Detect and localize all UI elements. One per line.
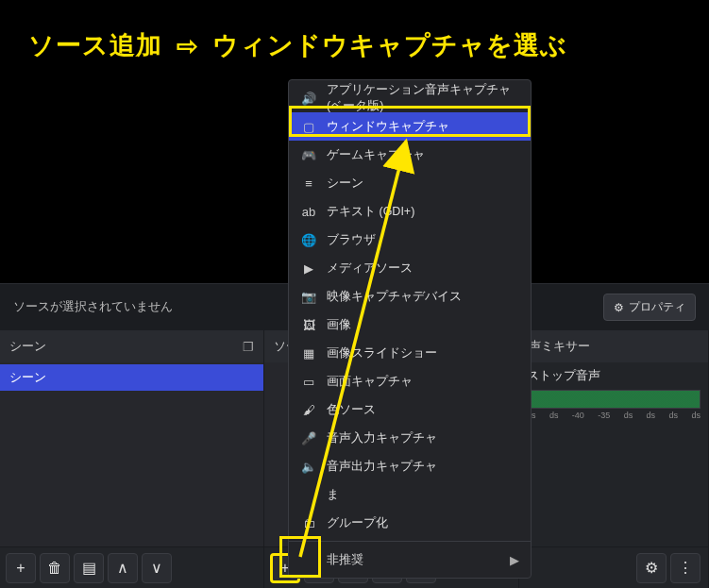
monitor-icon: ▭ xyxy=(300,375,317,389)
ctx-item-audio-input-capture[interactable]: 🎤 音声入力キャプチャ xyxy=(289,424,531,452)
ctx-item-label: アプリケーション音声キャプチャ (ベータ版) xyxy=(327,82,519,114)
db-mark: -35 xyxy=(598,411,610,420)
db-scale: ds ds -40 -35 ds ds ds ds xyxy=(527,411,701,420)
ctx-item-label: ま xyxy=(327,487,339,503)
ctx-item-group[interactable]: 🗀 グループ化 xyxy=(289,509,531,537)
ctx-item-browser[interactable]: 🌐 ブラウザ xyxy=(289,226,531,254)
mixer-more-button[interactable]: ⋮ xyxy=(670,553,701,583)
chevron-down-icon: ∨ xyxy=(151,559,162,577)
audio-meter-fill xyxy=(528,391,700,408)
mixer-dock-header: 声ミキサー xyxy=(519,330,708,362)
scenes-dock-header: シーン ❐ xyxy=(0,330,263,362)
ctx-item-label: グループ化 xyxy=(327,515,388,531)
ctx-item-label: ゲームキャプチャ xyxy=(327,147,425,163)
ctx-item-label: ウィンドウキャプチャ xyxy=(327,119,449,135)
play-icon: ▶ xyxy=(300,261,317,276)
popout-icon[interactable]: ❐ xyxy=(243,340,254,354)
folder-icon: 🗀 xyxy=(300,516,317,530)
gear-icon: ⚙ xyxy=(645,559,658,577)
ctx-item-label: メディアソース xyxy=(327,260,413,277)
ctx-item-partial: ま xyxy=(289,480,531,509)
ctx-item-app-audio-capture[interactable]: 🔊 アプリケーション音声キャプチャ (ベータ版) xyxy=(289,84,531,112)
instruction-suffix: ウィンドウキャプチャを選ぶ xyxy=(212,31,567,59)
filters-icon: ▤ xyxy=(82,559,96,577)
ctx-item-media-source[interactable]: ▶ メディアソース xyxy=(289,254,531,282)
mixer-track-label: ストップ音声 xyxy=(527,368,701,384)
scene-item[interactable]: シーン xyxy=(0,364,263,391)
add-source-context-menu: 🔊 アプリケーション音声キャプチャ (ベータ版) ▢ ウィンドウキャプチャ 🎮 … xyxy=(288,79,532,579)
db-mark: ds xyxy=(647,411,656,420)
ctx-item-display-capture[interactable]: ▭ 画面キャプチャ xyxy=(289,367,531,395)
ctx-item-label: 色ソース xyxy=(327,402,376,418)
ctx-item-label: 非推奨 xyxy=(327,552,363,568)
remove-scene-button[interactable]: 🗑 xyxy=(40,553,70,583)
ctx-item-deprecated[interactable]: 非推奨 ▶ xyxy=(289,546,531,574)
mixer-body: ストップ音声 ds ds -40 -35 ds ds ds ds ⚙ ⋮ xyxy=(519,362,708,588)
audio-mixer-dock: 声ミキサー ストップ音声 ds ds -40 -35 ds ds ds ds ⚙… xyxy=(519,330,709,588)
db-mark: ds xyxy=(691,411,701,420)
scene-up-button[interactable]: ∧ xyxy=(108,553,138,583)
globe-icon: 🌐 xyxy=(300,233,317,247)
ctx-item-label: 映像キャプチャデバイス xyxy=(327,289,462,305)
ctx-item-label: ブラウザ xyxy=(327,232,376,248)
chevron-right-icon: ▶ xyxy=(510,553,519,567)
gamepad-icon: 🎮 xyxy=(300,148,317,162)
plus-icon: + xyxy=(16,560,25,577)
scenes-toolbar: + 🗑 ▤ ∧ ∨ xyxy=(0,546,263,588)
audio-meter xyxy=(527,390,701,409)
brush-icon: 🖌 xyxy=(300,403,317,417)
db-mark: ds xyxy=(669,411,679,420)
ctx-item-label: 画像スライドショー xyxy=(327,345,437,361)
properties-button-label: プロパティ xyxy=(629,299,685,315)
properties-button[interactable]: ⚙ プロパティ xyxy=(603,294,696,321)
ctx-item-label: 画面キャプチャ xyxy=(327,374,413,390)
db-mark: -40 xyxy=(572,411,584,420)
ctx-item-image-slideshow[interactable]: ▦ 画像スライドショー xyxy=(289,339,531,367)
ctx-item-text-gdi[interactable]: ab テキスト (GDI+) xyxy=(289,197,531,226)
chevron-up-icon: ∧ xyxy=(117,559,128,577)
db-mark: ds xyxy=(624,411,633,420)
text-icon: ab xyxy=(300,205,317,219)
ctx-item-video-capture-device[interactable]: 📷 映像キャプチャデバイス xyxy=(289,282,531,311)
ctx-item-image[interactable]: 🖼 画像 xyxy=(289,311,531,339)
more-icon: ⋮ xyxy=(678,559,693,577)
instruction-prefix: ソース追加 xyxy=(28,31,162,59)
camera-icon: 📷 xyxy=(300,290,317,304)
ctx-item-color-source[interactable]: 🖌 色ソース xyxy=(289,395,531,424)
ctx-item-label: 音声出力キャプチャ xyxy=(327,459,437,475)
ctx-item-audio-output-capture[interactable]: 🔈 音声出力キャプチャ xyxy=(289,452,531,480)
ctx-item-label: 画像 xyxy=(327,317,351,333)
mic-icon: 🎤 xyxy=(300,431,317,445)
add-scene-button[interactable]: + xyxy=(6,553,36,583)
scene-item-label: シーン xyxy=(9,370,46,386)
ctx-item-label: 音声入力キャプチャ xyxy=(327,430,437,446)
ctx-item-game-capture[interactable]: 🎮 ゲームキャプチャ xyxy=(289,141,531,169)
scenes-dock-title: シーン xyxy=(9,339,46,355)
image-icon: 🖼 xyxy=(300,318,317,332)
speaker-icon: 🔊 xyxy=(300,92,317,106)
filters-scene-button[interactable]: ▤ xyxy=(74,553,104,583)
ctx-item-window-capture[interactable]: ▢ ウィンドウキャプチャ xyxy=(289,112,531,141)
list-icon: ≡ xyxy=(300,176,317,191)
ctx-item-label: シーン xyxy=(327,176,363,192)
instruction-overlay: ソース追加 ⇨ ウィンドウキャプチャを選ぶ xyxy=(28,28,567,62)
gear-icon: ⚙ xyxy=(614,301,624,314)
scenes-list[interactable]: シーン xyxy=(0,362,263,546)
trash-icon: 🗑 xyxy=(47,560,62,577)
instruction-arrow-icon: ⇨ xyxy=(177,31,199,61)
slideshow-icon: ▦ xyxy=(300,346,317,361)
mixer-settings-button[interactable]: ⚙ xyxy=(636,553,667,583)
ctx-item-label: テキスト (GDI+) xyxy=(327,204,414,220)
ctx-item-scene[interactable]: ≡ シーン xyxy=(289,169,531,197)
scenes-dock: シーン ❐ シーン + 🗑 ▤ ∧ ∨ xyxy=(0,330,264,588)
speaker-out-icon: 🔈 xyxy=(300,460,317,474)
window-icon: ▢ xyxy=(300,120,317,134)
mixer-dock-title: 声ミキサー xyxy=(529,339,590,355)
scene-down-button[interactable]: ∨ xyxy=(142,553,172,583)
db-mark: ds xyxy=(549,411,559,420)
mixer-toolbar: ⚙ ⋮ xyxy=(519,546,708,588)
ctx-separator xyxy=(289,541,531,542)
